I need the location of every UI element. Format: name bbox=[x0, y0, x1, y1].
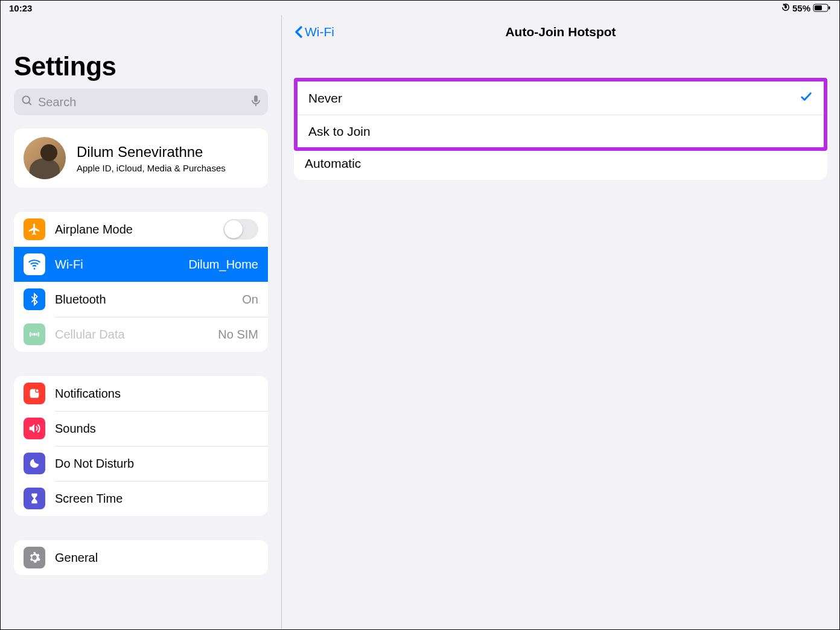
profile-name: Dilum Senevirathne bbox=[77, 144, 226, 161]
option-automatic[interactable]: Automatic bbox=[294, 147, 827, 180]
sidebar-item-label: Wi-Fi bbox=[55, 258, 188, 272]
sidebar-item-label: Sounds bbox=[55, 422, 258, 436]
search-placeholder: Search bbox=[38, 95, 251, 109]
detail-title: Auto-Join Hotspot bbox=[505, 25, 616, 39]
option-label: Never bbox=[308, 91, 800, 106]
sidebar-item-label: Bluetooth bbox=[55, 293, 242, 307]
checkmark-icon bbox=[800, 90, 813, 106]
sidebar-item-bluetooth[interactable]: Bluetooth On bbox=[14, 282, 268, 317]
back-label: Wi-Fi bbox=[305, 25, 334, 39]
profile-subtitle: Apple ID, iCloud, Media & Purchases bbox=[77, 163, 226, 173]
svg-rect-6 bbox=[254, 95, 258, 102]
svg-rect-3 bbox=[829, 7, 830, 10]
sidebar-item-label: Cellular Data bbox=[55, 328, 218, 342]
sounds-icon bbox=[24, 418, 45, 439]
sidebar-item-wifi[interactable]: Wi-Fi Dilum_Home bbox=[14, 247, 268, 282]
hourglass-icon bbox=[24, 488, 45, 509]
status-right: 55% bbox=[781, 3, 831, 13]
notifications-group: Notifications Sounds Do Not Disturb Scre… bbox=[14, 376, 268, 516]
svg-line-5 bbox=[29, 103, 31, 105]
battery-percent: 55% bbox=[792, 3, 810, 13]
sidebar-item-label: General bbox=[55, 551, 258, 565]
airplane-mode-switch[interactable] bbox=[223, 219, 258, 240]
sidebar-item-label: Notifications bbox=[55, 387, 258, 401]
sidebar-item-value: On bbox=[242, 293, 258, 307]
svg-point-4 bbox=[23, 97, 30, 104]
search-icon bbox=[21, 95, 33, 109]
wifi-icon bbox=[24, 253, 45, 275]
sidebar-item-notifications[interactable]: Notifications bbox=[14, 376, 268, 411]
svg-rect-0 bbox=[785, 6, 786, 8]
notifications-icon bbox=[24, 383, 45, 404]
sidebar-item-label: Do Not Disturb bbox=[55, 457, 258, 471]
svg-point-8 bbox=[34, 334, 36, 336]
sidebar-item-cellular[interactable]: Cellular Data No SIM bbox=[14, 317, 268, 352]
detail-header: Wi-Fi Auto-Join Hotspot bbox=[282, 15, 839, 49]
sidebar-item-label: Airplane Mode bbox=[55, 223, 223, 237]
detail-panel: Wi-Fi Auto-Join Hotspot Never Ask to Joi… bbox=[282, 15, 839, 629]
status-time: 10:23 bbox=[9, 3, 32, 13]
sidebar-item-dnd[interactable]: Do Not Disturb bbox=[14, 446, 268, 481]
svg-point-10 bbox=[36, 389, 39, 393]
cellular-icon bbox=[24, 323, 45, 345]
avatar bbox=[24, 137, 66, 179]
mic-icon[interactable] bbox=[251, 95, 261, 109]
sidebar-item-value: Dilum_Home bbox=[188, 258, 258, 272]
sidebar-item-label: Screen Time bbox=[55, 492, 258, 506]
option-label: Automatic bbox=[305, 156, 816, 171]
annotation-highlight: Never Ask to Join bbox=[294, 78, 827, 151]
gear-icon bbox=[24, 547, 45, 568]
sidebar-item-general[interactable]: General bbox=[14, 540, 268, 575]
profile-card[interactable]: Dilum Senevirathne Apple ID, iCloud, Med… bbox=[14, 129, 268, 188]
sidebar-item-screentime[interactable]: Screen Time bbox=[14, 481, 268, 516]
connectivity-group: Airplane Mode Wi-Fi Dilum_Home Bluetooth… bbox=[14, 212, 268, 352]
battery-icon bbox=[813, 4, 831, 12]
settings-sidebar: Settings Search Dilum Senevirathne Apple… bbox=[1, 15, 282, 629]
bluetooth-icon bbox=[24, 288, 45, 310]
option-label: Ask to Join bbox=[308, 124, 813, 139]
page-title: Settings bbox=[14, 51, 268, 81]
chevron-left-icon bbox=[294, 25, 304, 39]
general-group: General bbox=[14, 540, 268, 575]
sidebar-item-airplane-mode[interactable]: Airplane Mode bbox=[14, 212, 268, 247]
sidebar-item-sounds[interactable]: Sounds bbox=[14, 411, 268, 446]
back-button[interactable]: Wi-Fi bbox=[294, 25, 334, 39]
svg-rect-2 bbox=[815, 5, 822, 10]
rotation-lock-icon bbox=[781, 3, 790, 13]
airplane-icon bbox=[24, 218, 45, 240]
sidebar-item-value: No SIM bbox=[218, 328, 258, 342]
option-never[interactable]: Never bbox=[298, 81, 824, 115]
status-bar: 10:23 55% bbox=[1, 1, 839, 15]
option-ask-to-join[interactable]: Ask to Join bbox=[298, 115, 824, 147]
search-input[interactable]: Search bbox=[14, 89, 268, 115]
moon-icon bbox=[24, 453, 45, 474]
